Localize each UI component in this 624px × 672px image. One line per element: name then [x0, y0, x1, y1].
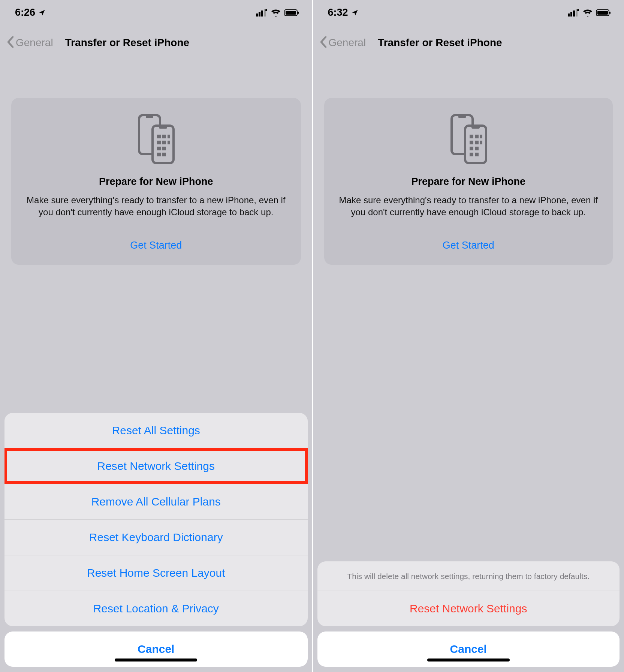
home-indicator[interactable]	[427, 658, 510, 662]
get-started-button[interactable]: Get Started	[335, 240, 602, 251]
back-button-label[interactable]: General	[329, 37, 366, 49]
sheet-item-remove-cellular-plans[interactable]: Remove All Cellular Plans	[4, 484, 308, 519]
wifi-icon	[583, 9, 593, 16]
back-chevron-icon[interactable]	[7, 36, 14, 49]
svg-rect-17	[168, 141, 170, 144]
devices-icon	[335, 113, 602, 165]
action-sheet-group: This will delete all network settings, r…	[317, 561, 620, 626]
svg-rect-20	[157, 153, 161, 156]
back-button-label[interactable]: General	[16, 37, 53, 49]
prepare-card: Prepare for New iPhone Make sure everyth…	[11, 98, 301, 265]
page-title: Transfer or Reset iPhone	[65, 37, 189, 49]
action-sheet-group: Reset All Settings Reset Network Setting…	[4, 413, 308, 626]
confirm-reset-network-settings[interactable]: Reset Network Settings	[317, 591, 620, 626]
svg-rect-35	[475, 135, 479, 138]
sheet-item-reset-all-settings[interactable]: Reset All Settings	[4, 413, 308, 448]
cellular-signal-icon	[568, 9, 579, 16]
svg-rect-7	[298, 12, 299, 14]
status-bar: 6:32	[313, 0, 624, 21]
get-started-button[interactable]: Get Started	[22, 240, 290, 251]
status-bar: 6:26	[0, 0, 312, 21]
prepare-title: Prepare for New iPhone	[335, 176, 602, 188]
svg-rect-28	[597, 11, 608, 15]
prepare-card: Prepare for New iPhone Make sure everyth…	[324, 98, 613, 265]
prepare-description: Make sure everything's ready to transfer…	[22, 194, 290, 219]
svg-rect-43	[475, 153, 479, 156]
svg-rect-38	[475, 141, 479, 144]
svg-rect-33	[471, 126, 480, 129]
prepare-description: Make sure everything's ready to transfer…	[335, 194, 602, 219]
svg-rect-31	[458, 115, 466, 118]
svg-rect-29	[609, 12, 611, 14]
nav-bar: General Transfer or Reset iPhone	[0, 21, 312, 53]
svg-rect-6	[286, 11, 296, 15]
svg-rect-21	[162, 153, 166, 156]
svg-rect-19	[162, 147, 166, 150]
svg-rect-1	[259, 12, 260, 16]
wifi-icon	[271, 9, 281, 16]
svg-rect-42	[470, 153, 473, 156]
action-sheet: Reset All Settings Reset Network Setting…	[4, 413, 308, 667]
sheet-item-reset-location-privacy[interactable]: Reset Location & Privacy	[4, 591, 308, 626]
svg-rect-37	[470, 141, 473, 144]
svg-rect-11	[159, 126, 167, 129]
nav-bar: General Transfer or Reset iPhone	[313, 21, 624, 53]
svg-rect-41	[475, 147, 479, 150]
screenshot-right: 6:32	[312, 0, 624, 672]
svg-rect-14	[168, 135, 170, 138]
devices-icon	[22, 113, 290, 165]
svg-rect-39	[480, 141, 482, 144]
battery-icon	[596, 9, 611, 16]
svg-rect-18	[157, 147, 161, 150]
sheet-message: This will delete all network settings, r…	[317, 561, 620, 591]
status-time: 6:32	[328, 7, 348, 18]
prepare-title: Prepare for New iPhone	[22, 176, 290, 188]
svg-rect-15	[157, 141, 161, 144]
svg-rect-12	[157, 135, 161, 138]
svg-rect-34	[470, 135, 473, 138]
sheet-item-reset-network-settings[interactable]: Reset Network Settings	[4, 448, 308, 484]
home-indicator[interactable]	[115, 658, 197, 662]
sheet-item-reset-keyboard-dictionary[interactable]: Reset Keyboard Dictionary	[4, 519, 308, 555]
cellular-signal-icon	[256, 9, 267, 16]
sheet-item-reset-home-screen-layout[interactable]: Reset Home Screen Layout	[4, 555, 308, 591]
svg-rect-22	[568, 14, 570, 16]
location-icon	[351, 9, 359, 16]
svg-rect-23	[570, 12, 572, 16]
svg-rect-24	[573, 10, 575, 16]
action-sheet: This will delete all network settings, r…	[317, 561, 620, 667]
svg-rect-2	[261, 10, 263, 16]
svg-rect-16	[162, 141, 166, 144]
svg-rect-13	[162, 135, 166, 138]
battery-icon	[284, 9, 299, 16]
status-time: 6:26	[15, 7, 35, 18]
screenshot-left: 6:26	[0, 0, 312, 672]
svg-rect-36	[480, 135, 482, 138]
svg-rect-40	[470, 147, 473, 150]
back-chevron-icon[interactable]	[320, 36, 327, 49]
svg-rect-0	[256, 14, 258, 16]
location-icon	[38, 9, 46, 16]
svg-rect-9	[146, 115, 153, 118]
page-title: Transfer or Reset iPhone	[378, 37, 502, 49]
